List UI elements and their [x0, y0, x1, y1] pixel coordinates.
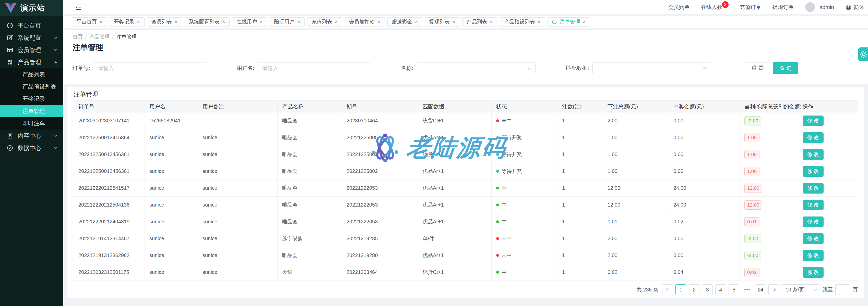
cell-order-no: 202303102303107141: [74, 112, 145, 129]
settings-gear-button[interactable]: [858, 47, 868, 61]
username[interactable]: admin: [819, 4, 834, 10]
close-icon[interactable]: ×: [537, 19, 540, 25]
name-select[interactable]: [417, 62, 535, 74]
next-page-button[interactable]: [768, 284, 779, 295]
tab[interactable]: 平台首页 ×: [72, 18, 107, 27]
page-button[interactable]: 4: [715, 284, 726, 295]
header-link[interactable]: 充值订单: [740, 4, 761, 11]
close-icon[interactable]: ×: [222, 19, 225, 25]
tab[interactable]: 会员列表 ×: [147, 18, 182, 27]
cell-profit: 0.02: [740, 264, 798, 281]
logo[interactable]: 演示站: [0, 0, 63, 16]
page-button[interactable]: 5: [728, 284, 739, 295]
tab[interactable]: 陪玩用户 ×: [270, 18, 305, 27]
cell-order-no: 202212220212404319: [74, 213, 145, 230]
cell-total: 1.00: [603, 146, 669, 163]
tab[interactable]: 产品预设列表 ×: [500, 18, 545, 27]
globe-icon: [845, 4, 851, 10]
sidebar-subitem[interactable]: 注单管理: [0, 105, 63, 117]
close-icon[interactable]: ×: [175, 19, 178, 25]
cell-action: 修 改: [798, 129, 858, 146]
sidebar-item[interactable]: 系统配置: [0, 32, 63, 44]
chevron-down-icon: [53, 133, 58, 138]
avatar[interactable]: [805, 2, 815, 12]
tab[interactable]: 注单管理 ×: [548, 18, 590, 27]
edit-icon: [7, 34, 13, 41]
page-size-select[interactable]: 10 条/页: [782, 284, 820, 295]
tab[interactable]: 开奖记录 ×: [110, 18, 145, 27]
sidebar-subitem[interactable]: 产品预设列表: [0, 80, 63, 93]
tab[interactable]: 赠送彩金 ×: [388, 18, 423, 27]
close-icon[interactable]: ×: [99, 19, 103, 25]
sidebar-subitem[interactable]: 即时注单: [0, 117, 63, 130]
edit-button[interactable]: 修 改: [803, 115, 824, 126]
tab[interactable]: 提现列表 ×: [425, 18, 460, 27]
search-button[interactable]: 查 询: [773, 62, 798, 74]
edit-button[interactable]: 修 改: [803, 267, 824, 278]
tab[interactable]: 系统配置列表 ×: [185, 18, 230, 27]
page-button[interactable]: 3: [702, 284, 713, 295]
cell-remark: sunice: [198, 129, 278, 146]
close-icon[interactable]: ×: [377, 19, 380, 25]
prev-page-button[interactable]: [662, 284, 673, 295]
cell-action: 修 改: [798, 213, 858, 230]
edit-button[interactable]: 修 改: [803, 166, 824, 177]
tab[interactable]: 在线用户 ×: [232, 18, 267, 27]
tab[interactable]: 会员加扣款 ×: [345, 18, 385, 27]
page-button[interactable]: 2: [689, 284, 700, 295]
sidebar-item[interactable]: 产品管理: [0, 56, 63, 68]
sidebar-subitem[interactable]: 开奖记录: [0, 93, 63, 105]
tab[interactable]: 产品列表 ×: [463, 18, 497, 27]
close-icon[interactable]: ×: [583, 19, 586, 25]
edit-button[interactable]: 修 改: [803, 132, 824, 143]
cell-issue: 20221219280: [342, 247, 418, 264]
page-button[interactable]: 1: [676, 284, 686, 295]
close-icon[interactable]: ×: [297, 19, 300, 25]
cell-match: 统货Ct+1: [418, 112, 492, 129]
cell-status: 未中: [492, 230, 557, 247]
jump-page-input[interactable]: [835, 284, 850, 295]
edit-button[interactable]: 修 改: [803, 233, 824, 244]
content-doc-icon: [7, 132, 13, 139]
close-icon[interactable]: ×: [452, 19, 456, 25]
cell-total: 1.00: [603, 129, 669, 146]
chevron-down-icon: [53, 35, 58, 40]
cell-bets: 1: [557, 146, 603, 163]
breadcrumb-item[interactable]: 首页/: [72, 33, 87, 40]
cell-username: sunice: [145, 264, 198, 281]
collapse-sidebar-icon[interactable]: [74, 3, 83, 11]
sidebar-subitem[interactable]: 产品列表: [0, 68, 63, 80]
header-link[interactable]: 会员购单: [668, 4, 690, 11]
reset-button[interactable]: 重 置: [745, 62, 770, 74]
breadcrumb-item[interactable]: 产品管理/: [89, 33, 114, 40]
page-button[interactable]: 24: [755, 284, 766, 295]
edit-button[interactable]: 修 改: [803, 183, 824, 194]
sidebar-item[interactable]: 平台首页: [0, 20, 63, 32]
close-icon[interactable]: ×: [415, 19, 418, 25]
breadcrumb-item[interactable]: 注单管理/: [116, 33, 136, 40]
header-link[interactable]: 提现订单: [773, 4, 794, 11]
sidebar-item[interactable]: 内容中心: [0, 130, 63, 142]
username-input[interactable]: [258, 62, 370, 74]
page-button[interactable]: •••: [742, 284, 752, 295]
close-icon[interactable]: ×: [335, 19, 338, 25]
edit-button[interactable]: 修 改: [803, 250, 824, 261]
members-table-icon: [7, 47, 13, 53]
edit-button[interactable]: 修 改: [803, 216, 824, 227]
header-link[interactable]: 在线人数2: [701, 4, 728, 11]
order-no-input[interactable]: [94, 62, 206, 74]
close-icon[interactable]: ×: [259, 19, 263, 25]
tab[interactable]: 充值列表 ×: [307, 18, 342, 27]
cell-total: 2.00: [603, 112, 669, 129]
sidebar-item[interactable]: 数据中心: [0, 142, 63, 154]
cell-status: 未中: [492, 247, 557, 264]
edit-button[interactable]: 修 改: [803, 149, 824, 160]
sidebar-item[interactable]: 会员管理: [0, 44, 63, 56]
close-icon[interactable]: ×: [137, 19, 140, 25]
match-data-select[interactable]: [592, 62, 711, 74]
edit-button[interactable]: 修 改: [803, 200, 824, 210]
close-icon[interactable]: ×: [490, 19, 493, 25]
sidebar: 演示站 平台首页 系统配置 会员管理 产品管理: [0, 0, 63, 306]
cell-total: 12.00: [603, 197, 669, 213]
language-switcher[interactable]: 简体: [845, 4, 864, 11]
